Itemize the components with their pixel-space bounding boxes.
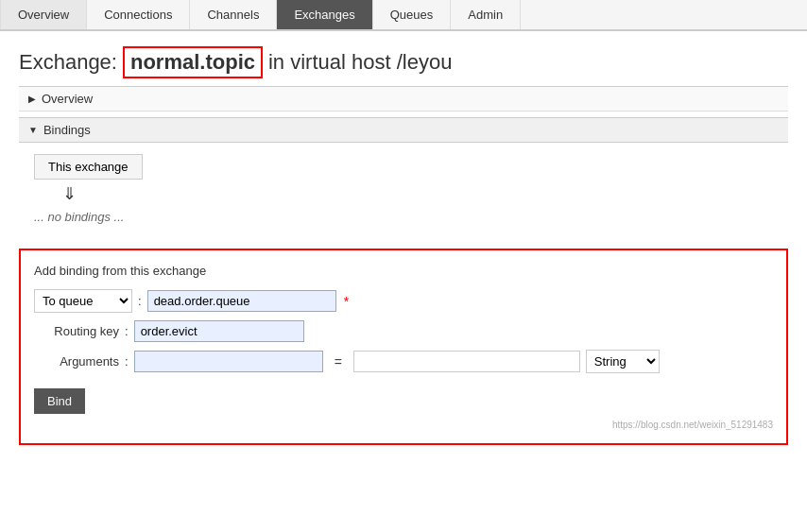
title-prefix: Exchange:: [19, 50, 117, 75]
bindings-section-header[interactable]: ▼ Bindings: [19, 117, 788, 143]
main-content: Exchange: normal.topic in virtual host /…: [0, 31, 807, 460]
no-bindings-text: ... no bindings ...: [34, 210, 773, 224]
overview-section-label: Overview: [42, 92, 93, 106]
overview-section-header[interactable]: ▶ Overview: [19, 86, 788, 112]
add-binding-title: Add binding from this exchange: [34, 264, 773, 278]
page-title: Exchange: normal.topic in virtual host /…: [19, 46, 788, 78]
routing-key-input[interactable]: [134, 320, 304, 342]
destination-row: To queue To exchange : *: [34, 289, 773, 313]
routing-key-row: Routing key: [34, 320, 773, 342]
routing-key-colon: [125, 324, 129, 338]
destination-input[interactable]: [147, 290, 336, 312]
argument-value-input[interactable]: [353, 351, 580, 372]
equals-sign: =: [335, 354, 342, 369]
routing-key-label: Routing key: [34, 324, 119, 338]
exchange-name: normal.topic: [123, 46, 263, 78]
nav-connections[interactable]: Connections: [87, 0, 190, 29]
bind-button[interactable]: Bind: [34, 388, 85, 414]
this-exchange-button[interactable]: This exchange: [34, 154, 143, 180]
overview-arrow-icon: ▶: [28, 94, 36, 104]
navbar: Overview Connections Channels Exchanges …: [0, 0, 807, 31]
arguments-label: Arguments: [34, 354, 119, 369]
nav-overview[interactable]: Overview: [0, 0, 87, 29]
argument-key-input[interactable]: [134, 351, 323, 372]
bindings-arrow-icon: ▼: [28, 125, 38, 135]
to-queue-select[interactable]: To queue To exchange: [34, 289, 132, 313]
watermark: https://blog.csdn.net/weixin_51291483: [34, 420, 773, 430]
arguments-colon: [125, 354, 129, 369]
nav-channels[interactable]: Channels: [190, 0, 277, 29]
required-star: *: [344, 294, 349, 309]
title-suffix: in virtual host /leyou: [268, 50, 452, 75]
nav-exchanges[interactable]: Exchanges: [277, 0, 372, 29]
arrow-down-icon: ⇓: [62, 183, 773, 204]
nav-admin[interactable]: Admin: [451, 0, 521, 29]
argument-type-select[interactable]: String Number Boolean: [586, 350, 660, 373]
bindings-area: This exchange ⇓ ... no bindings ...: [19, 143, 788, 235]
nav-queues[interactable]: Queues: [373, 0, 452, 29]
add-binding-box: Add binding from this exchange To queue …: [19, 249, 788, 445]
arguments-row: Arguments = String Number Boolean: [34, 350, 773, 373]
bindings-section-label: Bindings: [43, 123, 91, 137]
colon-separator: :: [138, 294, 142, 308]
